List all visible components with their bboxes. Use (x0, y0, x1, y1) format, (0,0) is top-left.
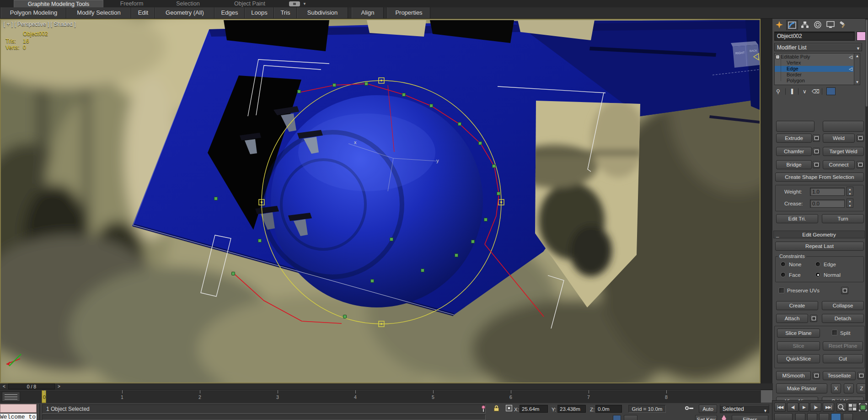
ribbon-section-align[interactable]: Align (352, 7, 384, 18)
field-of-view-icon[interactable] (807, 413, 817, 420)
frame-number-display[interactable]: 0 / 8 (8, 383, 55, 389)
target-weld-button[interactable]: Target Weld (823, 147, 864, 156)
clipped-button[interactable] (776, 121, 814, 132)
stack-item-polygon[interactable]: Polygon (775, 78, 853, 84)
slice-plane-button[interactable]: Slice Plane (777, 328, 820, 338)
object-name-field[interactable] (774, 32, 855, 41)
extrude-settings-button[interactable] (813, 135, 820, 142)
constraint-none-label[interactable]: None (789, 262, 802, 267)
crease-field[interactable] (810, 199, 845, 208)
add-time-tag-button[interactable] (624, 415, 638, 420)
stack-item-edge[interactable]: Edge ◁ (775, 66, 853, 72)
maximize-viewport-icon[interactable] (843, 413, 853, 420)
mini-curve-editor-button[interactable] (2, 392, 20, 402)
detach-button[interactable]: Detach (822, 314, 864, 323)
go-to-end-button[interactable]: ▶▶| (823, 403, 834, 412)
y-coord-field[interactable] (557, 405, 586, 413)
make-planar-x-button[interactable]: X (831, 383, 841, 393)
weight-spinner[interactable]: ▲▼ (847, 187, 853, 196)
prev-frame-button[interactable]: < (1, 383, 7, 389)
ribbon-section-polygon-modeling[interactable]: Polygon Modeling (1, 7, 66, 18)
stack-item-vertex[interactable]: Vertex (775, 60, 853, 66)
viewcube-back-label[interactable]: BACK (750, 49, 757, 52)
slice-button[interactable]: Slice (777, 341, 820, 350)
weld-settings-button[interactable] (857, 135, 864, 142)
preserve-uvs-label[interactable]: Preserve UVs (787, 288, 820, 293)
edit-geometry-rollout-header[interactable]: _ Edit Geometry (773, 231, 865, 238)
listener-splitter[interactable] (38, 404, 40, 420)
clipped-button[interactable] (823, 121, 864, 132)
viewcube-right-label[interactable]: RIGHT (735, 51, 745, 54)
make-unique-icon[interactable]: ∨ (803, 88, 807, 95)
constraint-face-label[interactable]: Face (789, 272, 801, 278)
constraint-edge-radio[interactable] (815, 262, 820, 267)
split-label[interactable]: Split (840, 330, 850, 336)
make-planar-button[interactable]: Make Planar (776, 383, 827, 393)
preserve-uvs-settings-button[interactable] (841, 287, 848, 294)
msmooth-settings-button[interactable] (813, 372, 820, 379)
zoom-icon[interactable] (836, 403, 847, 412)
crease-spinner[interactable]: ▲▼ (847, 199, 853, 208)
play-button[interactable]: ▶ (799, 403, 809, 412)
constraint-normal-label[interactable]: Normal (824, 272, 841, 278)
set-key-button[interactable]: Set Key (695, 415, 717, 420)
modifier-list-dropdown[interactable]: Modifier List ▼ (774, 43, 862, 51)
stack-item-border[interactable]: Border (775, 72, 853, 78)
spin-down-icon[interactable]: ▼ (849, 205, 852, 207)
selection-lock-pin-icon[interactable] (481, 405, 486, 412)
connect-button[interactable]: Connect (823, 160, 855, 169)
extrude-button[interactable]: Extrude (776, 134, 812, 143)
preserve-uvs-checkbox[interactable] (779, 288, 784, 293)
tessellate-settings-button[interactable] (857, 372, 865, 379)
pan-icon[interactable] (795, 413, 805, 420)
chamfer-button[interactable]: Chamfer (776, 147, 812, 156)
stack-item-editable-poly[interactable]: − Editable Poly ◁ (775, 54, 853, 60)
ribbon-tab-selection[interactable]: Selection (167, 0, 209, 7)
constraint-none-radio[interactable] (781, 262, 786, 267)
ribbon-section-edit[interactable]: Edit (131, 7, 155, 18)
orbit-icon[interactable] (831, 413, 841, 420)
ribbon-section-edges[interactable]: Edges (214, 7, 245, 18)
viewport-label[interactable]: [ + ] [ Perspective ] [ Shaded ] (4, 21, 76, 27)
ribbon-tab-freeform[interactable]: Freeform (110, 0, 154, 7)
key-filter-set-dropdown[interactable]: Selected ▼ (720, 404, 769, 413)
key-filters-button[interactable]: Filters (732, 415, 768, 420)
reset-plane-button[interactable]: Reset Plane (823, 341, 863, 350)
object-color-swatch[interactable] (857, 32, 866, 41)
lock-selection-icon[interactable] (494, 405, 499, 412)
constraint-normal-radio[interactable] (815, 272, 820, 277)
panel-scrollbar[interactable] (865, 19, 868, 400)
ribbon-display-mode-icon[interactable] (289, 1, 300, 6)
go-to-start-button[interactable]: |◀◀ (774, 403, 786, 412)
ribbon-section-modify-selection[interactable]: Modify Selection (66, 7, 131, 18)
ribbon-section-properties[interactable]: Properties (387, 7, 430, 18)
next-frame-key-button[interactable]: |▶ (810, 403, 821, 412)
macro-recorder-pane[interactable] (0, 404, 37, 413)
tab-modify[interactable] (786, 20, 798, 30)
frame-field[interactable] (774, 413, 793, 420)
pin-stack-icon[interactable]: ⚲ (776, 88, 780, 95)
tab-display[interactable] (825, 20, 836, 30)
tab-create[interactable] (773, 20, 785, 30)
ribbon-config-caret-icon[interactable]: ▼ (303, 2, 306, 6)
rollup-icon[interactable]: _ (776, 231, 779, 238)
constraint-edge-label[interactable]: Edge (824, 262, 836, 267)
perspective-viewport[interactable]: [ + ] [ Perspective ] [ Shaded ] Object0… (0, 19, 761, 383)
configure-modifier-sets-icon[interactable] (826, 87, 836, 95)
edit-tri-button[interactable]: Edit Tri. (776, 214, 818, 223)
repeat-last-button[interactable]: Repeat Last (775, 242, 864, 251)
auto-key-button[interactable]: Auto (699, 404, 717, 413)
quickslice-button[interactable]: QuickSlice (777, 354, 820, 363)
turn-button[interactable]: Turn (822, 214, 864, 223)
connect-settings-button[interactable] (857, 161, 864, 168)
scroll-down-icon[interactable]: ▼ (855, 80, 860, 84)
spin-up-icon[interactable]: ▲ (849, 188, 852, 191)
spin-down-icon[interactable]: ▼ (849, 193, 852, 195)
set-key-mode-icon[interactable] (722, 415, 726, 420)
split-checkbox[interactable] (832, 330, 837, 335)
constraint-face-radio[interactable] (781, 272, 786, 277)
scroll-up-icon[interactable]: ▲ (855, 54, 860, 58)
weld-button[interactable]: Weld (823, 134, 855, 143)
view-align-button[interactable]: View Align (776, 397, 818, 400)
create-button[interactable]: Create (776, 301, 818, 310)
